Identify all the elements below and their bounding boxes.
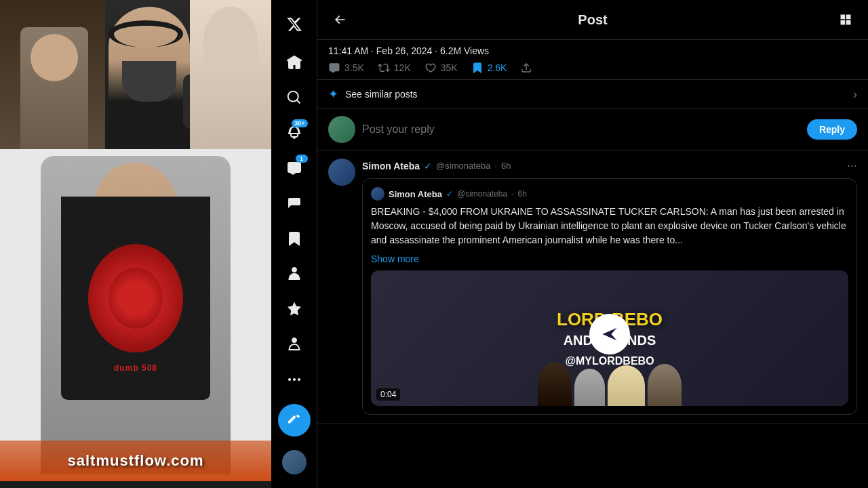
sidebar-item-messages[interactable]: 1 <box>278 152 311 184</box>
svg-point-0 <box>288 378 291 381</box>
like-count: 35K <box>441 62 458 73</box>
verified-badge-icon: ✓ <box>424 161 432 171</box>
quoted-verified-icon: ✓ <box>446 189 453 199</box>
similar-posts-label: ✦ See similar posts <box>328 87 418 102</box>
video-top-area <box>0 0 271 149</box>
retweet-action[interactable]: 12K <box>378 62 411 74</box>
back-button[interactable] <box>328 8 351 31</box>
quoted-avatar <box>371 187 384 201</box>
tshirt-brand-text: dumb 508 <box>114 363 157 373</box>
video-play-button[interactable] <box>589 314 630 354</box>
reply-button[interactable]: Reply <box>807 119 857 140</box>
user-avatar-sidebar[interactable] <box>282 450 307 474</box>
arrow-right-icon: › <box>853 87 857 102</box>
tweet-user-avatar <box>328 159 355 186</box>
layout-toggle-button[interactable] <box>834 8 857 31</box>
tweet-handle: @simonateba <box>436 161 490 171</box>
x-logo[interactable] <box>278 8 311 41</box>
sidebar-item-home[interactable] <box>278 46 311 79</box>
video-duration: 0:04 <box>376 388 400 401</box>
svg-point-2 <box>298 378 300 381</box>
bookmark-action[interactable]: 2.6K <box>471 62 507 74</box>
sidebar-item-profile[interactable] <box>278 328 311 361</box>
comment-action[interactable]: 3.5K <box>328 62 364 74</box>
reply-box: Reply <box>317 109 868 150</box>
messages-badge: 1 <box>296 155 308 163</box>
retweet-count: 12K <box>394 62 411 73</box>
quoted-tweet-text: BREAKING - $4,000 FROM UKRAINE TO ASSASS… <box>371 205 848 247</box>
sidebar-item-premium[interactable] <box>278 293 311 325</box>
sparkle-icon: ✦ <box>328 87 338 102</box>
bookmark-count: 2.6K <box>488 62 507 73</box>
quoted-tweet: Simon Ateba ✓ @simonateba · 6h BREAKING … <box>362 178 857 415</box>
twitter-sidebar: 30+ 1 <box>271 0 317 488</box>
sidebar-item-search[interactable] <box>278 81 311 114</box>
notifications-badge: 30+ <box>292 119 307 127</box>
tweet-more-button[interactable]: ··· <box>847 159 857 173</box>
tweet-content: Simon Ateba ✓ @simonateba · 6h ··· Simon… <box>362 159 857 415</box>
comment-count: 3.5K <box>344 62 364 73</box>
timestamp-views: 11:41 AM · Feb 26, 2024 · 6.2M Views <box>328 45 857 56</box>
quoted-username: Simon Ateba <box>389 189 442 199</box>
website-overlay: saltmustflow.com <box>0 441 271 481</box>
similar-posts-bar[interactable]: ✦ See similar posts › <box>317 80 868 109</box>
website-text: saltmustflow.com <box>68 452 204 470</box>
video-thumbnail[interactable]: LORD BEBO AND FRIENDS @MYLORDBEBO <box>371 270 848 406</box>
tweet-time: · <box>494 161 497 171</box>
tweet-user-row: Simon Ateba ✓ @simonateba · 6h ··· <box>362 159 857 173</box>
show-more-link[interactable]: Show more <box>371 253 419 264</box>
left-person <box>0 0 108 149</box>
timestamp-text: 11:41 AM · Feb 26, 2024 · <box>328 45 440 56</box>
twitter-main-content: Post 11:41 AM · Feb 26, 2024 · 6.2M View… <box>317 0 868 488</box>
video-channel-handle: @MYLORDBEBO <box>565 355 654 367</box>
right-portrait <box>190 0 271 149</box>
sidebar-item-bookmarks[interactable] <box>278 222 311 255</box>
quoted-handle: @simonateba <box>457 189 507 199</box>
like-action[interactable]: 35K <box>425 62 458 74</box>
post-header: Post <box>317 0 868 40</box>
video-panel: dumb 508 saltmustflow.com <box>0 0 271 488</box>
sidebar-item-compose[interactable] <box>278 187 311 220</box>
tweet-username: Simon Ateba <box>362 161 420 171</box>
views-count: 6.2M Views <box>440 45 489 56</box>
host-area <box>105 0 193 149</box>
share-action[interactable] <box>520 62 532 74</box>
svg-point-1 <box>293 378 296 381</box>
video-thumb-content: LORD BEBO AND FRIENDS @MYLORDBEBO <box>371 270 848 406</box>
tweet-reply-item: Simon Ateba ✓ @simonateba · 6h ··· Simon… <box>317 150 868 424</box>
post-actions: 3.5K 12K 35K 2.6K <box>328 62 857 74</box>
quoted-time-value: 6h <box>518 189 527 199</box>
tshirt-graphic <box>88 244 183 352</box>
compose-button[interactable] <box>278 404 311 436</box>
page-title: Post <box>578 12 607 28</box>
reply-input[interactable] <box>362 123 800 136</box>
reply-user-avatar <box>328 116 355 143</box>
stats-row: 11:41 AM · Feb 26, 2024 · 6.2M Views 3.5… <box>317 40 868 80</box>
similar-posts-text: See similar posts <box>345 89 418 100</box>
quoted-time-separator: · <box>511 189 513 199</box>
sidebar-item-communities[interactable] <box>278 258 311 290</box>
sidebar-item-more[interactable] <box>278 363 311 396</box>
sidebar-item-notifications[interactable]: 30+ <box>278 117 311 149</box>
quoted-user-row: Simon Ateba ✓ @simonateba · 6h <box>371 187 848 201</box>
video-bottom-area: dumb 508 saltmustflow.com <box>0 149 271 481</box>
tweet-time-value: 6h <box>501 161 511 171</box>
